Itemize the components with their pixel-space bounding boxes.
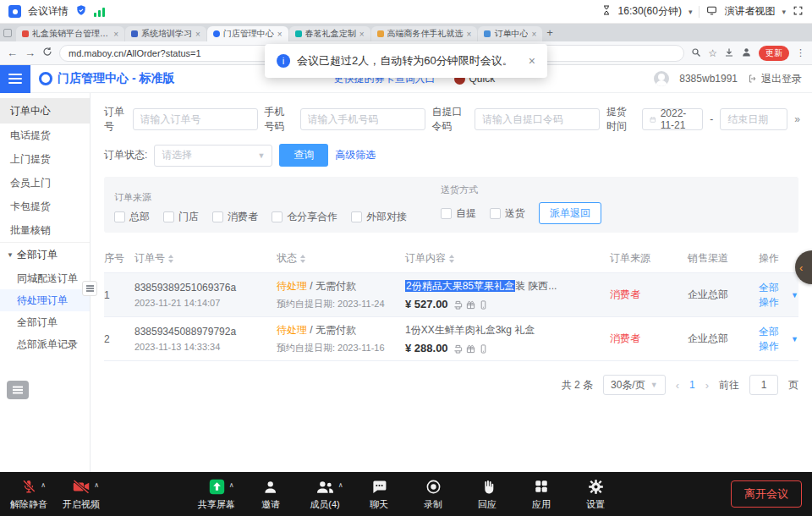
dispatch-return-button[interactable]: 派单退回: [539, 202, 601, 224]
settings-button[interactable]: 设置: [575, 478, 616, 511]
sidebar-item-city-delivery-orders[interactable]: 同城配送订单: [0, 267, 90, 289]
tab-close-icon[interactable]: ×: [359, 30, 365, 39]
members-button[interactable]: ∧ 成员(4): [304, 478, 345, 511]
logout-button[interactable]: 退出登录: [748, 72, 802, 86]
sidebar-item-door-pickup[interactable]: 上门提货: [0, 147, 90, 171]
start-video-button[interactable]: ∧ 开启视频: [61, 478, 102, 511]
view-mode-selector[interactable]: 演讲者视图: [724, 4, 775, 19]
advanced-filter-link[interactable]: 高级筛选: [335, 148, 376, 162]
checkbox-store[interactable]: 门店: [163, 210, 199, 224]
toast-close-icon[interactable]: ×: [529, 54, 535, 68]
order-no-input[interactable]: [133, 108, 258, 130]
checkbox-warehouse-coop[interactable]: 仓分享合作: [272, 210, 337, 224]
sidebar-item-hq-dispatch-records[interactable]: 总部派单记录: [0, 333, 90, 355]
apps-button[interactable]: 应用: [521, 478, 562, 511]
phone-icon[interactable]: [479, 345, 488, 355]
record-button[interactable]: 录制: [413, 478, 453, 511]
mic-options-caret[interactable]: ∧: [41, 481, 46, 489]
browser-tab[interactable]: 高端商务伴手礼就选 ×: [371, 26, 478, 41]
gift-icon[interactable]: [466, 301, 475, 311]
toast-text: 会议已超过2人，自动转为60分钟限时会议。: [297, 53, 513, 69]
search-icon[interactable]: [691, 46, 701, 61]
checkbox-hq[interactable]: 总部: [114, 210, 150, 224]
table-row[interactable]: 2 83859345088979792a 2023-11-13 14:33:34…: [104, 317, 798, 361]
sidebar-item-phone-pickup[interactable]: 电话提货: [0, 124, 90, 147]
video-options-caret[interactable]: ∧: [94, 481, 99, 489]
back-icon[interactable]: ←: [7, 47, 18, 59]
gift-icon[interactable]: [466, 345, 475, 355]
tab-close-icon[interactable]: ×: [195, 30, 200, 39]
phone-input[interactable]: [300, 108, 425, 130]
panel-toggle-icon[interactable]: [82, 281, 97, 296]
leave-meeting-button[interactable]: 离开会议: [731, 480, 802, 508]
date-end-input[interactable]: [720, 108, 787, 130]
tab-close-icon[interactable]: ×: [113, 30, 118, 39]
download-icon[interactable]: [724, 46, 734, 61]
sidebar-item-all-orders[interactable]: 全部订单: [0, 311, 90, 333]
chevron-down-icon: ▼: [791, 291, 798, 299]
browser-tab[interactable]: 礼盒策销平台管理中心 ×: [16, 26, 124, 41]
checkbox-consumer[interactable]: 消费者: [212, 210, 258, 224]
table-row[interactable]: 1 83859389251069376a 2023-11-21 14:14:07…: [104, 273, 798, 317]
browser-tab[interactable]: 订单中心 ×: [478, 26, 542, 41]
sidebar-item-card-pickup[interactable]: 卡包提货: [0, 195, 90, 218]
sidebar-item-batch-verify[interactable]: 批量核销: [0, 218, 90, 242]
browser-menu-icon[interactable]: ⋮: [796, 47, 805, 58]
current-page[interactable]: 1: [689, 379, 695, 391]
row-actions-dropdown[interactable]: 全部操作▼: [759, 281, 798, 310]
phone-icon[interactable]: [479, 301, 488, 311]
user-avatar[interactable]: [654, 71, 669, 86]
print-icon[interactable]: [453, 301, 463, 311]
members-icon: [316, 479, 334, 495]
order-status-select[interactable]: 请选择 ▼: [154, 145, 272, 167]
sort-icon[interactable]: [300, 255, 305, 263]
tab-close-icon[interactable]: ×: [277, 30, 283, 39]
col-status[interactable]: 状态: [277, 251, 405, 266]
fullscreen-icon[interactable]: [793, 5, 804, 19]
unmute-button[interactable]: ∧ 解除静音: [8, 478, 49, 511]
browser-tab[interactable]: 系统培训学习 ×: [125, 26, 206, 41]
new-tab-button[interactable]: +: [546, 26, 553, 39]
page-size-select[interactable]: 30条/页▼: [603, 375, 666, 395]
bookmark-star-icon[interactable]: ☆: [708, 47, 717, 59]
browser-tab[interactable]: 春茗礼盒定制 ×: [289, 26, 370, 41]
forward-icon[interactable]: →: [25, 47, 36, 59]
browser-tab-active[interactable]: 门店管理中心 ×: [207, 26, 288, 41]
col-content[interactable]: 订单内容: [405, 251, 610, 266]
refresh-icon[interactable]: [42, 47, 52, 59]
prev-page-icon[interactable]: ‹: [676, 379, 679, 392]
pickup-code-input[interactable]: [475, 108, 600, 130]
view-dropdown-caret[interactable]: ▾: [782, 8, 786, 16]
sort-icon[interactable]: [449, 255, 454, 263]
reaction-button[interactable]: 回应: [467, 478, 508, 511]
timer-dropdown-caret[interactable]: ▾: [689, 8, 693, 16]
print-icon[interactable]: [453, 345, 463, 355]
share-options-caret[interactable]: ∧: [229, 481, 234, 489]
sidebar-group-all-orders[interactable]: ▼ 全部订单: [0, 242, 90, 267]
goto-page-input[interactable]: [749, 375, 778, 395]
sidebar-item-member-visit[interactable]: 会员上门: [0, 171, 90, 195]
share-screen-button[interactable]: ∧ 共享屏幕: [196, 478, 237, 511]
sidebar-item-pending-orders[interactable]: 待处理订单: [0, 289, 90, 311]
members-options-caret[interactable]: ∧: [338, 481, 343, 489]
browser-update-button[interactable]: 更新: [759, 46, 789, 61]
sidebar-toggle-button[interactable]: [0, 65, 30, 93]
checkbox-delivery[interactable]: 送货: [490, 206, 525, 221]
next-page-icon[interactable]: ›: [705, 379, 709, 392]
sort-icon[interactable]: [168, 255, 173, 263]
list-menu-button[interactable]: [7, 381, 29, 399]
checkbox-external[interactable]: 外部对接: [351, 210, 407, 224]
col-order-no[interactable]: 订单号: [134, 251, 277, 266]
tab-close-icon[interactable]: ×: [531, 30, 536, 39]
collapse-chevrons-icon[interactable]: »: [794, 113, 798, 125]
invite-button[interactable]: 邀请: [250, 478, 291, 511]
row-actions-dropdown[interactable]: 全部操作▼: [759, 325, 798, 354]
chat-button[interactable]: 聊天: [359, 478, 399, 511]
record-label: 录制: [424, 498, 442, 511]
date-start-picker[interactable]: 2022-11-21: [642, 108, 703, 130]
checkbox-self-pickup[interactable]: 自提: [441, 206, 476, 221]
meeting-details-button[interactable]: 会议详情: [28, 4, 69, 19]
tab-close-icon[interactable]: ×: [467, 30, 472, 39]
profile-icon[interactable]: [741, 46, 752, 61]
search-button[interactable]: 查询: [279, 144, 328, 167]
